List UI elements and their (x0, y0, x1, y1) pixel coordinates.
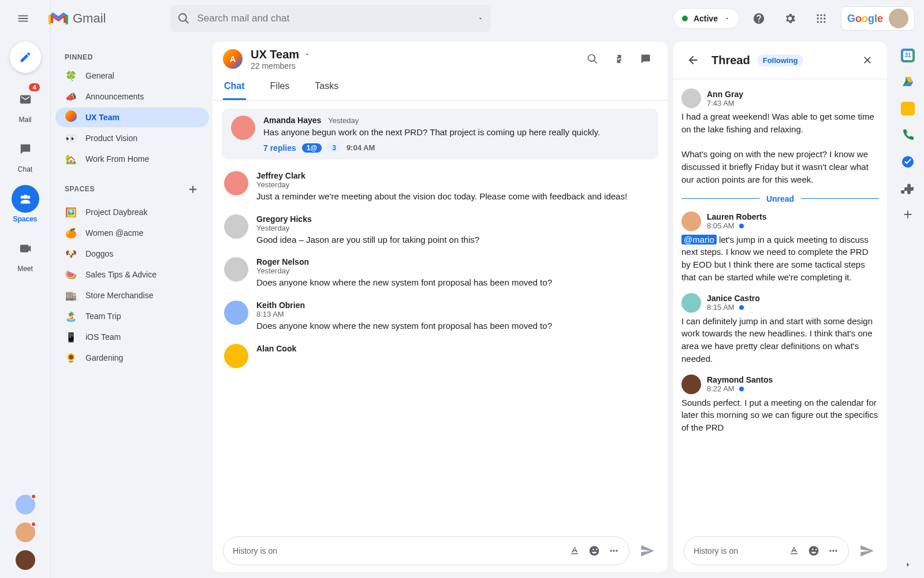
rail-meet[interactable]: Meet (5, 231, 46, 276)
search-input[interactable] (196, 12, 471, 25)
quick-contact-3[interactable] (16, 550, 35, 570)
sidebar-item-gardening[interactable]: 🌻Gardening (55, 348, 209, 368)
thread-back-button[interactable] (681, 49, 705, 72)
emoji-icon[interactable] (588, 545, 600, 557)
message[interactable]: Roger Nelson Yesterday Does anyone know … (222, 251, 658, 295)
tab-chat[interactable]: Chat (223, 74, 246, 100)
format-icon[interactable] (569, 545, 580, 557)
message[interactable]: Keith Obrien 8:13 AM Does anyone know wh… (222, 295, 658, 338)
sidebar-item-ios-team[interactable]: 📱iOS Team (55, 327, 209, 347)
quick-contact-2[interactable] (16, 523, 35, 542)
add-space-button[interactable]: ＋ (187, 180, 200, 198)
thread-message[interactable]: Ann Gray 7:43 AM I had a great weekend! … (681, 84, 879, 191)
emoji-icon[interactable] (808, 545, 819, 557)
message-body: Good idea – Jason are you still up for t… (256, 234, 656, 246)
following-chip[interactable]: Following (757, 54, 804, 66)
space-menu-icon[interactable] (304, 51, 311, 58)
thread-close-button[interactable] (856, 49, 879, 72)
more-icon[interactable] (828, 545, 839, 557)
tasks-app-icon[interactable] (901, 155, 915, 169)
thread-message[interactable]: Raymond Santos 8:22 AM Sounds perfect. I… (681, 370, 879, 439)
thread-composer[interactable]: History is on (684, 536, 849, 565)
mention-chip[interactable]: @mario (681, 235, 717, 244)
main-menu-button[interactable] (9, 5, 37, 32)
space-emoji-icon: 🍀 (65, 71, 77, 81)
message-composer[interactable]: History is on (223, 536, 629, 565)
sidebar-item-product-vision[interactable]: 👀Product Vision (55, 128, 209, 148)
pinned-section-title: PINNED (55, 49, 209, 66)
rail-mail[interactable]: 4 Mail (5, 82, 46, 127)
open-chat-button[interactable] (634, 47, 657, 71)
space-emoji-icon: 🌻 (65, 353, 77, 364)
sidebar-item-store-merchandise[interactable]: 🏬Store Merchandise (55, 286, 209, 305)
thread-message[interactable]: Janice Castro 8:15 AM I can definitely j… (681, 288, 879, 370)
message-body: Just a reminder we're meeting about the … (256, 190, 656, 203)
gmail-logo[interactable]: Gmail (49, 11, 106, 26)
collapse-button[interactable] (608, 47, 631, 71)
sidebar-item-sales-tips-advice[interactable]: 🍉Sales Tips & Advice (55, 265, 209, 284)
message-body: Has anyone begun work on the next PRD? T… (263, 126, 649, 139)
space-emoji-icon (65, 110, 77, 124)
message-author: Keith Obrien (256, 301, 305, 310)
replies-count[interactable]: 7 replies (263, 143, 296, 153)
sidebar-item-announcements[interactable]: 📣Announcements (55, 87, 209, 106)
sidebar-item-team-trip[interactable]: 🏝️Team Trip (55, 306, 209, 326)
composer-hint: History is on (233, 546, 277, 555)
sidebar-item-work-from-home[interactable]: 🏡Work From Home (55, 149, 209, 169)
rail-spaces[interactable]: Spaces (5, 181, 46, 227)
message[interactable]: Alan Cook (222, 338, 658, 374)
side-panel-toggle[interactable] (903, 560, 913, 570)
add-app-button[interactable] (901, 208, 914, 221)
search-options-icon[interactable] (477, 15, 484, 22)
send-button[interactable] (638, 541, 657, 561)
drive-app-icon[interactable] (901, 75, 915, 89)
calendar-app-icon[interactable]: 31 (901, 49, 915, 62)
search-bar[interactable] (170, 5, 491, 32)
quick-contact-1[interactable] (16, 495, 35, 514)
settings-button[interactable] (778, 7, 802, 30)
sidebar-item-women-acme[interactable]: 🍊Women @acme (55, 223, 209, 243)
message-body: Does anyone know where the new system fo… (256, 276, 656, 289)
sidebar-item-ux-team[interactable]: UX Team (55, 108, 209, 127)
sidebar-item-label: Sales Tips & Advice (85, 270, 157, 279)
format-icon[interactable] (788, 545, 800, 557)
avatar (224, 344, 248, 368)
thread-author: Lauren Roberts (707, 212, 766, 221)
tab-tasks[interactable]: Tasks (314, 74, 340, 100)
tab-files[interactable]: Files (269, 74, 291, 100)
message[interactable]: Gregory Hicks Yesterday Good idea – Jaso… (222, 209, 658, 252)
sidebar-item-general[interactable]: 🍀General (55, 66, 209, 86)
status-pill[interactable]: Active (673, 8, 739, 29)
message[interactable]: Jeffrey Clark Yesterday Just a reminder … (222, 165, 658, 209)
unread-dot-icon (739, 387, 744, 391)
more-icon[interactable] (608, 545, 620, 557)
support-button[interactable] (747, 7, 770, 30)
status-dot-icon (682, 16, 688, 21)
addons-icon[interactable] (901, 181, 915, 195)
thread-author: Ann Gray (707, 90, 743, 99)
sidebar-item-label: iOS Team (85, 332, 121, 342)
thread-send-button[interactable] (857, 541, 877, 561)
unread-dot-icon (739, 224, 744, 228)
google-account-chip[interactable]: Google (841, 6, 915, 31)
unread-separator: Unread (681, 194, 879, 203)
message-author: Roger Nelson (256, 257, 309, 266)
avatar (224, 214, 248, 239)
apps-button[interactable] (810, 7, 833, 30)
thread-message[interactable]: Lauren Roberts 8:05 AM @mario let's jump… (681, 207, 879, 288)
compose-fab[interactable] (10, 42, 41, 73)
chevron-down-icon (724, 15, 731, 22)
space-emoji-icon: 🏬 (65, 290, 77, 301)
sidebar-item-project-daybreak[interactable]: 🖼️Project Daybreak (55, 202, 209, 222)
rail-chat[interactable]: Chat (5, 132, 46, 177)
sidebar-item-doggos[interactable]: 🐶Doggos (55, 244, 209, 264)
highlighted-thread[interactable]: Amanda Hayes Yesteday Has anyone begun w… (222, 109, 658, 160)
thread-body: @mario let's jump in a quick meeting to … (681, 234, 879, 284)
space-search-button[interactable] (581, 47, 604, 71)
account-avatar[interactable] (889, 9, 908, 28)
voice-app-icon[interactable] (901, 128, 915, 142)
keep-app-icon[interactable] (901, 102, 915, 116)
sidebar-item-label: Store Merchandise (85, 291, 154, 300)
svg-point-5 (824, 17, 825, 19)
thread-time: 8:15 AM (707, 303, 735, 312)
